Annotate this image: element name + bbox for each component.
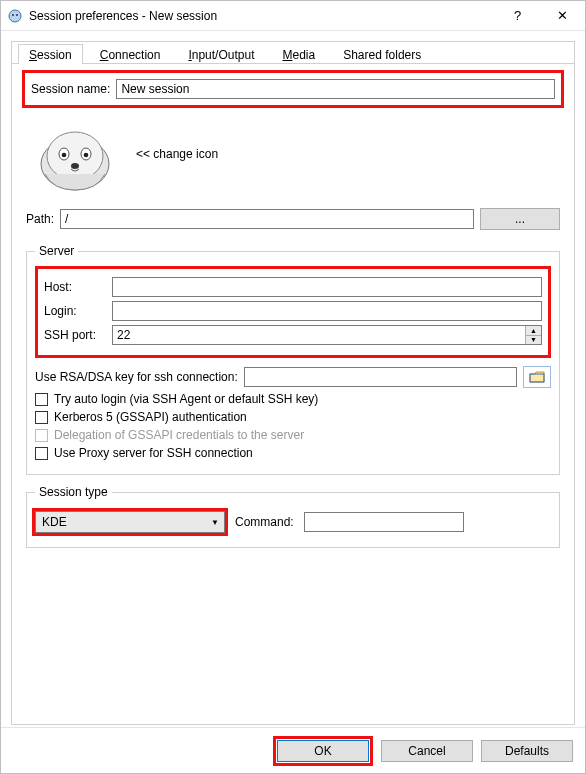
use-proxy-checkbox[interactable]: Use Proxy server for SSH connection bbox=[35, 446, 551, 460]
svg-point-1 bbox=[12, 14, 14, 16]
svg-point-7 bbox=[62, 153, 67, 158]
tab-page-session: Session name: bbox=[12, 64, 574, 568]
path-input[interactable] bbox=[60, 209, 474, 229]
command-input bbox=[304, 512, 464, 532]
tab-session[interactable]: Session bbox=[18, 44, 83, 64]
ssh-port-input[interactable] bbox=[112, 325, 542, 345]
ssh-port-spinner[interactable]: ▲ ▼ bbox=[112, 325, 542, 345]
checkbox-icon bbox=[35, 393, 48, 406]
rsa-key-browse-button[interactable] bbox=[523, 366, 551, 388]
rsa-key-label: Use RSA/DSA key for ssh connection: bbox=[35, 370, 238, 384]
close-button[interactable]: ✕ bbox=[540, 1, 585, 31]
checkbox-icon bbox=[35, 429, 48, 442]
path-row: Path: ... bbox=[22, 200, 564, 240]
server-highlight: Host: Login: SSH port: ▲ ▼ bbox=[35, 266, 551, 358]
tab-connection[interactable]: Connection bbox=[89, 44, 172, 64]
dialog-buttons: OK Cancel Defaults bbox=[1, 727, 585, 773]
path-label: Path: bbox=[26, 212, 54, 226]
checkbox-icon bbox=[35, 411, 48, 424]
login-label: Login: bbox=[44, 304, 104, 318]
session-type-value: KDE bbox=[42, 515, 67, 529]
session-name-highlight: Session name: bbox=[22, 70, 564, 108]
tab-input-output[interactable]: Input/Output bbox=[177, 44, 265, 64]
session-icon[interactable] bbox=[30, 114, 120, 194]
svg-point-4 bbox=[47, 132, 103, 180]
auto-login-label: Try auto login (via SSH Agent or default… bbox=[54, 392, 318, 406]
titlebar: Session preferences - New session ? ✕ bbox=[1, 1, 585, 31]
change-icon-link[interactable]: << change icon bbox=[136, 147, 218, 161]
window-title: Session preferences - New session bbox=[29, 9, 495, 23]
spinner-up-icon[interactable]: ▲ bbox=[526, 326, 541, 336]
session-type-legend: Session type bbox=[35, 485, 112, 499]
svg-point-2 bbox=[16, 14, 18, 16]
folder-icon bbox=[529, 371, 545, 383]
ssh-port-label: SSH port: bbox=[44, 328, 104, 342]
tab-media[interactable]: Media bbox=[271, 44, 326, 64]
spinner-down-icon[interactable]: ▼ bbox=[526, 336, 541, 345]
session-name-input[interactable] bbox=[116, 79, 555, 99]
host-label: Host: bbox=[44, 280, 104, 294]
rsa-key-input[interactable] bbox=[244, 367, 517, 387]
ok-highlight: OK bbox=[273, 736, 373, 766]
dialog-session-preferences: Session preferences - New session ? ✕ Se… bbox=[0, 0, 586, 774]
icon-zone: << change icon bbox=[22, 108, 564, 200]
app-icon bbox=[7, 8, 23, 24]
delegation-label: Delegation of GSSAPI credentials to the … bbox=[54, 428, 304, 442]
defaults-button[interactable]: Defaults bbox=[481, 740, 573, 762]
kerberos-checkbox[interactable]: Kerberos 5 (GSSAPI) authentication bbox=[35, 410, 551, 424]
host-input[interactable] bbox=[112, 277, 542, 297]
kerberos-label: Kerberos 5 (GSSAPI) authentication bbox=[54, 410, 247, 424]
ok-button[interactable]: OK bbox=[277, 740, 369, 762]
tab-bar: Session Connection Input/Output Media Sh… bbox=[12, 42, 574, 64]
spinner-buttons[interactable]: ▲ ▼ bbox=[525, 326, 541, 344]
auto-login-checkbox[interactable]: Try auto login (via SSH Agent or default… bbox=[35, 392, 551, 406]
login-input[interactable] bbox=[112, 301, 542, 321]
svg-point-8 bbox=[84, 153, 89, 158]
help-button[interactable]: ? bbox=[495, 1, 540, 31]
path-browse-button[interactable]: ... bbox=[480, 208, 560, 230]
session-name-label: Session name: bbox=[31, 82, 110, 96]
chevron-down-icon: ▼ bbox=[211, 518, 219, 527]
session-type-combo[interactable]: KDE ▼ bbox=[35, 511, 225, 533]
session-type-group: Session type KDE ▼ Command: bbox=[26, 485, 560, 548]
cancel-button[interactable]: Cancel bbox=[381, 740, 473, 762]
checkbox-icon bbox=[35, 447, 48, 460]
delegation-checkbox: Delegation of GSSAPI credentials to the … bbox=[35, 428, 551, 442]
svg-point-9 bbox=[71, 163, 79, 169]
use-proxy-label: Use Proxy server for SSH connection bbox=[54, 446, 253, 460]
server-group: Server Host: Login: SSH port: bbox=[26, 244, 560, 475]
tab-shared-folders[interactable]: Shared folders bbox=[332, 44, 432, 64]
server-legend: Server bbox=[35, 244, 78, 258]
command-label: Command: bbox=[235, 515, 294, 529]
svg-point-0 bbox=[9, 10, 21, 22]
tab-control: Session Connection Input/Output Media Sh… bbox=[11, 41, 575, 725]
